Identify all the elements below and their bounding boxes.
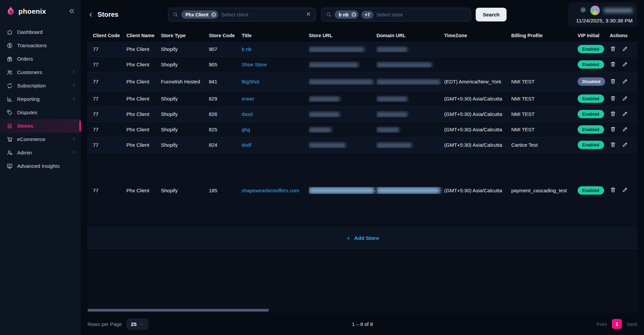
vip-status-badge: Enabled (578, 186, 604, 195)
delete-store-button[interactable] (610, 187, 616, 194)
client-search-input[interactable]: Phx Client Select client (168, 8, 316, 21)
cell-store-code: 829 (209, 96, 242, 102)
store-search-input[interactable]: b nb +7 Select store (321, 8, 471, 21)
cell-store-url (309, 126, 376, 132)
add-store-button[interactable]: Add Store (87, 228, 637, 249)
sidebar-item-transactions[interactable]: Transactions (0, 39, 81, 52)
cell-billing-profile: Cartice Test (511, 142, 578, 148)
cell-title[interactable]: dasd (242, 111, 309, 117)
column-header: VIP Initial (578, 33, 610, 38)
delete-store-button[interactable] (610, 126, 616, 133)
cell-title[interactable]: dsdf (242, 142, 309, 148)
trash-icon (610, 95, 616, 103)
prev-page-button[interactable]: Prev (596, 321, 607, 327)
collapse-sidebar-icon (68, 11, 75, 16)
column-header: Domain URL (376, 33, 444, 38)
cell-client-name: Phx Client (126, 111, 161, 117)
cell-title[interactable]: b nb (242, 46, 309, 52)
edit-store-button[interactable] (622, 46, 628, 53)
sidebar-item-reporting[interactable]: Reporting (0, 92, 81, 106)
chevron-right-icon (71, 69, 76, 75)
table-body: 77 Phx Client Shopify 907 b nb Enabled 7… (87, 42, 637, 228)
delete-store-button[interactable] (610, 111, 616, 118)
edit-store-button[interactable] (622, 111, 628, 118)
table-row: 77 Phx Client Shopify 824 dsdf (GMT+5:30… (87, 137, 637, 153)
pencil-icon (622, 95, 628, 103)
remove-chip-icon[interactable] (351, 12, 357, 17)
next-page-button[interactable]: Next (627, 321, 637, 327)
table-row: 77 Phx Client Shopify 905 Shoe Store Ena… (87, 57, 637, 72)
user-panel: 11/24/2025, 3:30:38 PM (568, 2, 637, 27)
disputes-icon (7, 110, 13, 116)
cell-title[interactable]: Shoe Store (242, 62, 309, 67)
sidebar-item-subscription[interactable]: Subscription (0, 79, 81, 92)
pencil-icon (622, 78, 628, 85)
current-page-button[interactable]: 1 (612, 319, 622, 329)
cell-title[interactable]: ghg (242, 127, 309, 132)
active-indicator (79, 121, 81, 131)
reporting-icon (7, 96, 13, 102)
edit-store-button[interactable] (622, 187, 628, 194)
sidebar-item-dashboard[interactable]: Dashboard (0, 25, 81, 39)
cell-client-code: 77 (93, 111, 126, 117)
chevron-right-icon (71, 83, 76, 89)
clear-client-search-button[interactable] (306, 11, 311, 18)
sidebar-item-admin[interactable]: Admin (0, 146, 81, 159)
cell-vip-initial: Disabled (578, 77, 610, 86)
delete-store-button[interactable] (610, 78, 616, 85)
cell-client-code: 77 (93, 79, 126, 84)
remove-chip-icon[interactable] (211, 12, 217, 17)
pencil-icon (622, 187, 628, 194)
extra-stores-count-badge[interactable]: +7 (361, 11, 373, 19)
cell-billing-profile: NMI TEST (511, 127, 578, 132)
theme-toggle-button[interactable] (580, 7, 586, 14)
cell-title[interactable]: BigShot (242, 79, 309, 84)
column-header: TimeZone (444, 33, 511, 38)
table-row: 77 Phx Client Shopify 825 ghg (GMT+5:30)… (87, 122, 637, 137)
cell-store-code: 905 (209, 62, 242, 67)
sidebar-item-advanced-insights[interactable]: Advanced Insights (0, 159, 81, 173)
delete-store-button[interactable] (610, 46, 616, 53)
domain-url-redacted (376, 96, 407, 102)
avatar[interactable] (590, 5, 600, 15)
back-button[interactable] (87, 11, 94, 18)
cell-domain-url (376, 187, 444, 194)
cell-title[interactable]: erwer (242, 96, 309, 102)
edit-store-button[interactable] (622, 126, 628, 133)
delete-store-button[interactable] (610, 61, 616, 68)
sidebar-item-disputes[interactable]: Disputes (0, 106, 81, 119)
horizontal-scrollbar[interactable] (87, 309, 269, 312)
column-header: Store Code (209, 33, 242, 38)
domain-url-redacted (376, 62, 432, 68)
user-name-redacted (604, 8, 633, 13)
phoenix-logo-icon (5, 5, 17, 17)
delete-store-button[interactable] (610, 95, 616, 103)
delete-store-button[interactable] (610, 141, 616, 149)
rows-per-page-select[interactable]: 25 (127, 319, 149, 330)
column-header: Store URL (309, 33, 376, 38)
edit-store-button[interactable] (622, 95, 628, 103)
sidebar-item-ecommerce[interactable]: eCommerce (0, 133, 81, 146)
cell-vip-initial: Enabled (578, 186, 610, 195)
domain-url-redacted (376, 127, 399, 133)
stores-table: Client CodeClient NameStore TypeStore Co… (87, 29, 637, 313)
column-header: Billing Profile (511, 33, 578, 38)
chevron-right-icon (71, 136, 76, 142)
edit-store-button[interactable] (622, 61, 628, 68)
edit-store-button[interactable] (622, 78, 628, 85)
cell-timezone: (GMT+5:30) Asia/Calcutta (444, 127, 511, 132)
collapse-sidebar-button[interactable] (68, 7, 75, 16)
cell-title[interactable]: shapewearbestoffers.com (242, 188, 309, 193)
search-button[interactable]: Search (476, 8, 507, 21)
store-search-placeholder: Select store (376, 12, 403, 17)
sidebar-item-customers[interactable]: Customers (0, 66, 81, 79)
edit-store-button[interactable] (622, 141, 628, 149)
sidebar-item-orders[interactable]: Orders (0, 52, 81, 66)
chip-label: Phx Client (185, 12, 208, 17)
search-icon (173, 12, 178, 17)
sidebar-item-label: Advanced Insights (17, 163, 60, 169)
app: phoenix DashboardTransactionsOrdersCusto… (0, 0, 644, 335)
trash-icon (610, 78, 616, 85)
pencil-icon (622, 141, 628, 149)
sidebar-item-stores[interactable]: Stores (0, 119, 81, 133)
